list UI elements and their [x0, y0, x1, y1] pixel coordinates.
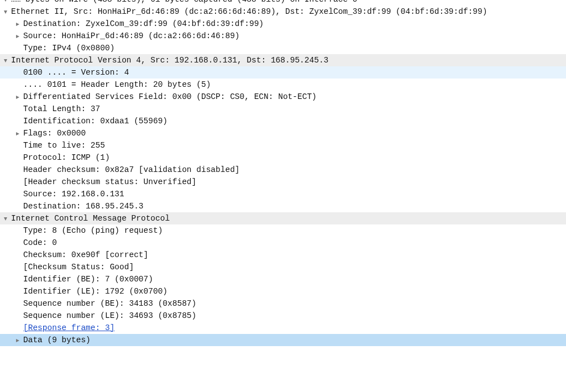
ipv4-row[interactable]: ▾ Internet Protocol Version 4, Src: 192.… — [0, 54, 566, 66]
icmp-checksum-status: [Checksum Status: Good] — [23, 261, 134, 273]
ipv4-flags-row[interactable]: ▸ Flags: 0x0000 — [0, 127, 566, 139]
icmp-code-row[interactable]: · Code: 0 — [0, 237, 566, 249]
ipv4-hlen-row[interactable]: · .... 0101 = Header Length: 20 bytes (5… — [0, 79, 566, 91]
ipv4-src-row[interactable]: · Source: 192.168.0.131 — [0, 188, 566, 200]
icmp-seq-be-row[interactable]: · Sequence number (BE): 34183 (0x8587) — [0, 297, 566, 310]
ipv4-dsf: Differentiated Services Field: 0x00 (DSC… — [23, 91, 317, 103]
icmp-type-row[interactable]: · Type: 8 (Echo (ping) request) — [0, 224, 566, 237]
ipv4-dst-row[interactable]: · Destination: 168.95.245.3 — [0, 200, 566, 212]
chevron-down-icon[interactable]: ▾ — [0, 0, 11, 6]
icmp-id-be: Identifier (BE): 7 (0x0007) — [23, 273, 153, 285]
icmp-row[interactable]: ▾ Internet Control Message Protocol — [0, 212, 566, 224]
ipv4-ident: Identification: 0xdaa1 (55969) — [23, 115, 167, 127]
chevron-right-icon[interactable]: ▸ — [12, 30, 23, 42]
packet-details-tree: ▾ …… bytes on wire (488 bits), 61 bytes … — [0, 0, 566, 346]
icmp-checksum-status-row[interactable]: · [Checksum Status: Good] — [0, 261, 566, 273]
icmp-response-frame-row[interactable]: · [Response frame: 3] — [0, 322, 566, 334]
icmp-response-frame-link[interactable]: [Response frame: 3] — [23, 322, 114, 334]
icmp-summary: Internet Control Message Protocol — [11, 212, 170, 224]
ipv4-checksum-row[interactable]: · Header checksum: 0x82a7 [validation di… — [0, 164, 566, 176]
ipv4-proto: Protocol: ICMP (1) — [23, 151, 110, 164]
chevron-down-icon[interactable]: ▾ — [0, 54, 11, 66]
ipv4-src: Source: 192.168.0.131 — [23, 188, 124, 200]
ipv4-dst: Destination: 168.95.245.3 — [23, 200, 144, 212]
ethernet-destination-row[interactable]: ▸ Destination: ZyxelCom_39:df:99 (04:bf:… — [0, 18, 566, 30]
chevron-down-icon[interactable]: ▾ — [0, 6, 11, 18]
ipv4-proto-row[interactable]: · Protocol: ICMP (1) — [0, 151, 566, 164]
ipv4-version-row[interactable]: · 0100 .... = Version: 4 — [0, 66, 566, 79]
ipv4-version: 0100 .... = Version: 4 — [23, 66, 129, 79]
ethernet-source: Source: HonHaiPr_6d:46:89 (dc:a2:66:6d:4… — [23, 30, 240, 42]
icmp-seq-be: Sequence number (BE): 34183 (0x8587) — [23, 297, 196, 310]
ipv4-ttl: Time to live: 255 — [23, 139, 105, 151]
ethernet-destination: Destination: ZyxelCom_39:df:99 (04:bf:6d… — [23, 18, 264, 30]
chevron-right-icon[interactable]: ▸ — [12, 91, 23, 103]
icmp-checksum-row[interactable]: · Checksum: 0xe90f [correct] — [0, 249, 566, 261]
ipv4-flags: Flags: 0x0000 — [23, 127, 86, 139]
icmp-data-row[interactable]: ▸ Data (9 bytes) — [0, 334, 566, 346]
icmp-id-be-row[interactable]: · Identifier (BE): 7 (0x0007) — [0, 273, 566, 285]
chevron-right-icon[interactable]: ▸ — [12, 127, 23, 139]
chevron-down-icon[interactable]: ▾ — [0, 212, 11, 224]
ipv4-checksum-status: [Header checksum status: Unverified] — [23, 176, 196, 188]
icmp-seq-le: Sequence number (LE): 34693 (0x8785) — [23, 310, 196, 322]
ethernet-source-row[interactable]: ▸ Source: HonHaiPr_6d:46:89 (dc:a2:66:6d… — [0, 30, 566, 42]
ipv4-ident-row[interactable]: · Identification: 0xdaa1 (55969) — [0, 115, 566, 127]
ipv4-dsf-row[interactable]: ▸ Differentiated Services Field: 0x00 (D… — [0, 91, 566, 103]
icmp-checksum: Checksum: 0xe90f [correct] — [23, 249, 148, 261]
chevron-right-icon[interactable]: ▸ — [12, 18, 23, 30]
ipv4-checksum: Header checksum: 0x82a7 [validation disa… — [23, 164, 240, 176]
icmp-data: Data (9 bytes) — [23, 334, 91, 346]
icmp-type: Type: 8 (Echo (ping) request) — [23, 224, 163, 237]
frame-summary-cutoff: ▾ …… bytes on wire (488 bits), 61 bytes … — [0, 0, 566, 6]
ipv4-totlen-row[interactable]: · Total Length: 37 — [0, 103, 566, 115]
ipv4-checksum-status-row[interactable]: · [Header checksum status: Unverified] — [0, 176, 566, 188]
ethernet-summary: Ethernet II, Src: HonHaiPr_6d:46:89 (dc:… — [11, 6, 487, 18]
icmp-id-le-row[interactable]: · Identifier (LE): 1792 (0x0700) — [0, 285, 566, 297]
icmp-code: Code: 0 — [23, 237, 57, 249]
ethernet-type-row[interactable]: · Type: IPv4 (0x0800) — [0, 42, 566, 54]
ipv4-totlen: Total Length: 37 — [23, 103, 100, 115]
icmp-id-le: Identifier (LE): 1792 (0x0700) — [23, 285, 167, 297]
frame-summary[interactable]: …… bytes on wire (488 bits), 61 bytes ca… — [11, 0, 358, 6]
ipv4-hlen: .... 0101 = Header Length: 20 bytes (5) — [23, 79, 211, 91]
ipv4-summary: Internet Protocol Version 4, Src: 192.16… — [11, 54, 328, 66]
ipv4-ttl-row[interactable]: · Time to live: 255 — [0, 139, 566, 151]
icmp-seq-le-row[interactable]: · Sequence number (LE): 34693 (0x8785) — [0, 310, 566, 322]
ethernet-row[interactable]: ▾ Ethernet II, Src: HonHaiPr_6d:46:89 (d… — [0, 6, 566, 18]
ethernet-type: Type: IPv4 (0x0800) — [23, 42, 114, 54]
chevron-right-icon[interactable]: ▸ — [12, 334, 23, 346]
